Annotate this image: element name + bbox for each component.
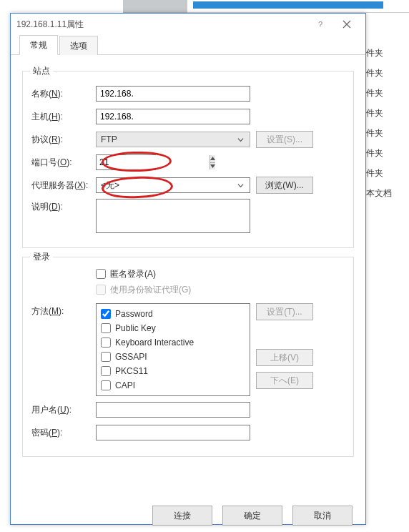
method-keyboard-interactive[interactable]: Keyboard Interactive	[101, 335, 245, 350]
group-login-title: 登录	[30, 251, 53, 263]
port-down-button[interactable]	[210, 162, 215, 170]
label-host: 主机(H):	[31, 111, 96, 123]
ok-button[interactable]: 确定	[222, 506, 282, 526]
label-description: 说明(D):	[31, 199, 96, 213]
close-button[interactable]	[334, 15, 360, 34]
host-input[interactable]	[96, 109, 250, 124]
chevron-down-icon	[235, 182, 245, 189]
password-input[interactable]	[96, 425, 250, 440]
connect-button[interactable]: 连接	[152, 506, 212, 526]
port-up-button[interactable]	[210, 155, 215, 162]
titlebar[interactable]: 192.168.1.11属性 ?	[11, 14, 365, 35]
anon-login-checkbox[interactable]: 匿名登录(A)	[96, 266, 345, 282]
proxy-combo[interactable]: <无>	[96, 177, 250, 193]
label-proxy: 代理服务器(X):	[31, 179, 96, 192]
label-name: 名称(N):	[31, 88, 96, 100]
protocol-select[interactable]: FTP	[96, 132, 250, 147]
group-login: 登录 匿名登录(A) 使用身份验证代理(G) 方法(M): Password	[22, 257, 354, 457]
description-textarea[interactable]	[96, 199, 250, 233]
proxy-browse-button[interactable]: 浏览(W)...	[256, 177, 313, 194]
cancel-button[interactable]: 取消	[292, 506, 353, 526]
tab-options[interactable]: 选项	[59, 36, 98, 55]
group-site: 站点 名称(N): 主机(H): 协议(R):	[22, 71, 354, 248]
method-pkcs11[interactable]: PKCS11	[101, 364, 245, 378]
method-publickey[interactable]: Public Key	[101, 321, 245, 335]
port-input[interactable]	[97, 155, 210, 169]
svg-text:?: ?	[318, 20, 322, 29]
help-button[interactable]: ?	[308, 15, 334, 34]
name-input[interactable]	[96, 86, 250, 102]
move-down-button: 下へ(E)	[256, 372, 313, 389]
move-up-button: 上移(V)	[256, 349, 313, 366]
label-method: 方法(M):	[31, 303, 96, 317]
tab-bar: 常规 选项	[11, 35, 365, 55]
label-port: 端口号(O):	[31, 157, 96, 169]
background-file-list: 件夹 件夹 件夹 件夹 件夹 件夹 件夹 本文档	[366, 43, 409, 215]
dialog-title: 192.168.1.11属性	[16, 19, 308, 31]
method-list[interactable]: Password Public Key Keyboard Interactive…	[96, 303, 250, 396]
label-protocol: 协议(R):	[31, 134, 96, 146]
group-site-title: 站点	[30, 65, 53, 77]
dialog-button-bar: 连接 确定 取消	[11, 497, 365, 532]
label-username: 用户名(U):	[31, 404, 96, 416]
port-spinner[interactable]	[96, 154, 156, 170]
tab-general[interactable]: 常规	[19, 35, 58, 55]
method-settings-button: 设置(T)...	[256, 303, 313, 320]
method-password[interactable]: Password	[101, 307, 245, 321]
protocol-settings-button: 设置(S)...	[256, 131, 313, 148]
properties-dialog: 192.168.1.11属性 ? 常规 选项 站点 名称(N):	[10, 13, 366, 525]
username-input[interactable]	[96, 402, 250, 418]
label-password: 密码(P):	[31, 427, 96, 439]
method-capi[interactable]: CAPI	[101, 378, 245, 393]
auth-proxy-checkbox: 使用身份验证代理(G)	[96, 282, 345, 297]
chevron-down-icon	[235, 137, 245, 143]
method-gssapi[interactable]: GSSAPI	[101, 350, 245, 364]
